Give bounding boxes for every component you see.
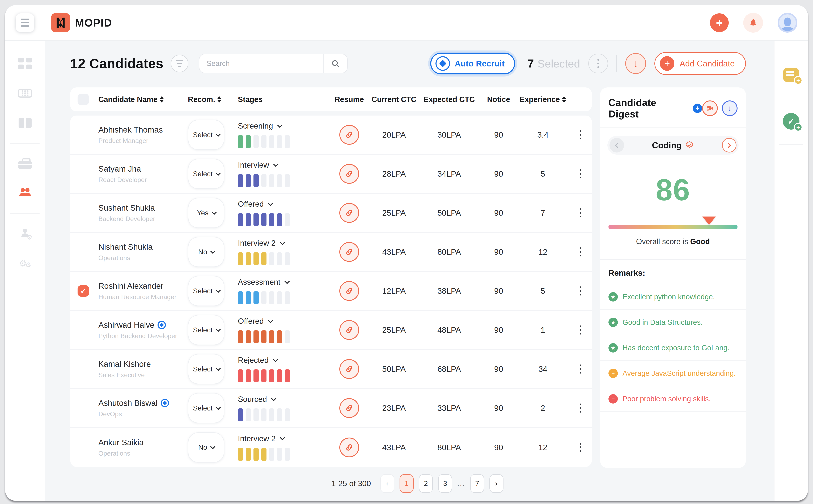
recommendation-select[interactable]: Select [188, 159, 224, 189]
add-note-button[interactable]: + [774, 52, 808, 98]
sidebar-item-user-settings[interactable]: ⚙ [15, 223, 35, 244]
row-menu-button[interactable] [580, 208, 582, 218]
minus-icon: − [608, 394, 618, 404]
add-candidate-button[interactable]: + Add Candidate [654, 52, 746, 75]
carousel-prev-button[interactable] [609, 138, 624, 153]
row-checkbox[interactable]: ✓ [78, 285, 89, 297]
search-button[interactable] [323, 54, 347, 73]
score-marker-icon [702, 217, 716, 225]
col-candidate-name[interactable]: Candidate Name [98, 95, 188, 104]
candidate-cell: Roshini Alexander Human Resource Manager [98, 281, 188, 301]
sidebar-item-candidates[interactable] [15, 183, 35, 204]
stage-dropdown[interactable]: Offered [238, 200, 331, 209]
people-icon [19, 188, 31, 198]
sidebar-item-calendar[interactable] [15, 83, 35, 104]
chevron-down-icon [280, 240, 285, 245]
expected-ctc: 48LPA [420, 325, 478, 335]
candidate-role: Operations [98, 254, 188, 262]
table-body: Abhishek Thomas Product Manager Select S… [70, 116, 592, 467]
quick-add-button[interactable]: + [710, 13, 729, 32]
row-menu-button[interactable] [580, 130, 582, 139]
candidate-cell: Kamal Kishore Sales Executive [98, 359, 188, 379]
resume-link-button[interactable] [339, 438, 359, 457]
remark-item: +Average JavaScript understanding. [600, 361, 746, 386]
row-menu-button[interactable] [580, 325, 582, 335]
next-page-button[interactable]: › [489, 474, 503, 493]
auto-recruit-button[interactable]: Auto Recruit [430, 53, 515, 74]
expected-ctc: 50LPA [420, 208, 478, 218]
carousel-next-button[interactable] [722, 138, 736, 153]
expected-ctc: 33LPA [420, 403, 478, 413]
remark-item: ★Excellent python knowledge. [600, 284, 746, 310]
toolbar-divider [616, 55, 617, 72]
stage-dropdown[interactable]: Interview 2 [238, 239, 331, 248]
stage-dropdown[interactable]: Interview [238, 160, 331, 170]
row-menu-button[interactable] [580, 443, 582, 452]
sidebar-item-boards[interactable] [15, 112, 35, 133]
recommendation-select[interactable]: Select [188, 315, 224, 345]
recommendation-select[interactable]: Select [188, 120, 224, 150]
stage-dropdown[interactable]: Assessment [238, 278, 331, 287]
row-menu-button[interactable] [580, 404, 582, 413]
stage-dropdown[interactable]: Rejected [238, 356, 331, 365]
candidate-cell: Ashutosh Biswal DevOps [98, 398, 188, 418]
approve-add-button[interactable]: ✓+ [774, 98, 808, 144]
candidate-row: ✓ Roshini Alexander Human Resource Manag… [70, 272, 592, 311]
sidebar-item-dashboard[interactable] [15, 53, 35, 74]
current-ctc: 43LPA [368, 443, 420, 452]
stage-dropdown[interactable]: Sourced [238, 395, 331, 404]
chevron-down-icon [216, 288, 221, 293]
row-menu-button[interactable] [580, 169, 582, 179]
stage-dropdown[interactable]: Offered [238, 317, 331, 326]
col-recom[interactable]: Recom. [188, 95, 238, 104]
candidate-row: Satyam Jha React Developer Select Interv… [70, 155, 592, 194]
current-ctc: 23LPA [368, 403, 420, 413]
candidate-row: Ankur Saikia Operations No Interview 2 4… [70, 428, 592, 467]
page-button-7[interactable]: 7 [470, 474, 484, 493]
resume-link-button[interactable] [339, 320, 359, 340]
filter-button[interactable] [171, 55, 188, 72]
stage-dropdown[interactable]: Interview 2 [238, 434, 331, 443]
search-input[interactable] [199, 54, 323, 73]
resume-link-button[interactable] [339, 203, 359, 223]
row-menu-button[interactable] [580, 365, 582, 374]
row-menu-button[interactable] [580, 286, 582, 296]
recommendation-select[interactable]: No [188, 432, 224, 463]
recommendation-select[interactable]: No [188, 237, 224, 267]
resume-link-button[interactable] [339, 242, 359, 262]
sidebar-item-settings[interactable]: ⚙⚙ [15, 253, 35, 274]
sidebar-item-jobs[interactable] [15, 153, 35, 174]
user-avatar[interactable] [778, 13, 797, 33]
resume-link-button[interactable] [339, 398, 359, 418]
experience: 34 [519, 364, 567, 374]
chevron-down-icon [210, 249, 215, 254]
page-button-1[interactable]: 1 [400, 474, 414, 493]
page-button-3[interactable]: 3 [438, 474, 452, 493]
recommendation-select[interactable]: Yes [188, 198, 224, 228]
resume-link-button[interactable] [339, 281, 359, 301]
download-button[interactable]: ↓ [625, 53, 646, 74]
video-interview-button[interactable] [702, 100, 718, 116]
notice-period: 90 [478, 169, 519, 179]
select-all-checkbox[interactable] [78, 94, 89, 105]
recommendation-select[interactable]: Select [188, 354, 224, 384]
experience: 7 [519, 208, 567, 218]
page-button-2[interactable]: 2 [419, 474, 433, 493]
col-experience[interactable]: Experience [519, 95, 567, 104]
resume-link-button[interactable] [339, 125, 359, 145]
expected-ctc: 80LPA [420, 247, 478, 257]
recommendation-select[interactable]: Select [188, 276, 224, 306]
row-menu-button[interactable] [580, 247, 582, 257]
notifications-button[interactable] [743, 13, 763, 33]
resume-link-button[interactable] [339, 164, 359, 184]
stage-dropdown[interactable]: Screening [238, 121, 331, 130]
download-digest-button[interactable]: ↓ [722, 100, 738, 116]
prev-page-button[interactable]: ‹ [380, 474, 394, 493]
experience: 5 [519, 169, 567, 179]
resume-link-button[interactable] [339, 359, 359, 379]
more-actions-button[interactable] [588, 54, 608, 73]
remark-item: −Poor problem solving skills. [600, 386, 746, 412]
recommendation-select[interactable]: Select [188, 393, 224, 423]
current-ctc: 50LPA [368, 364, 420, 374]
menu-button[interactable] [16, 13, 34, 32]
